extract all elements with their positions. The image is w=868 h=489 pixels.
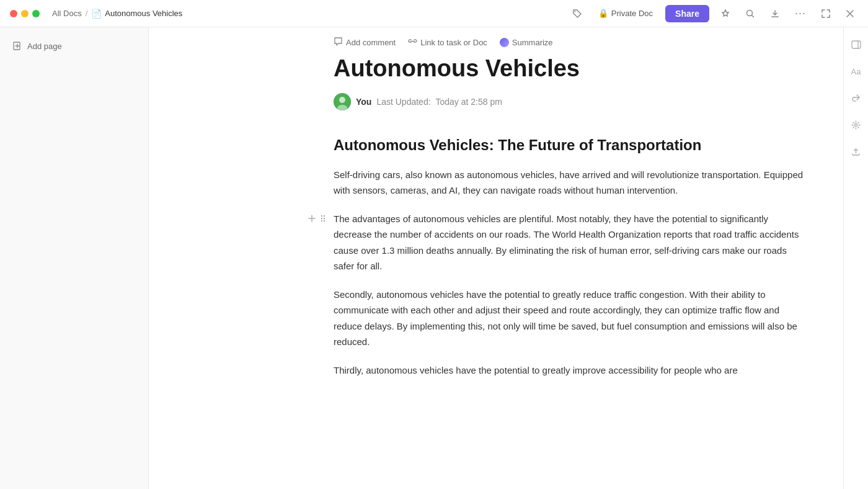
paragraph-4: Thirdly, autonomous vehicles have the po…	[334, 362, 806, 379]
link-to-task-label: Link to task or Doc	[420, 38, 487, 47]
traffic-lights	[10, 10, 40, 17]
tag-button[interactable]	[569, 6, 586, 21]
svg-point-0	[574, 11, 575, 12]
document-title: Autonomous Vehicles	[334, 55, 806, 83]
paragraph-1: Self-driving cars, also known as autonom…	[334, 167, 806, 199]
add-page-label: Add page	[27, 42, 62, 51]
doc-content: Autonomous Vehicles You Last Updated:	[149, 55, 806, 428]
upload-icon-button[interactable]	[849, 145, 863, 159]
paragraph-2[interactable]: The advantages of autonomous vehicles ar…	[334, 211, 806, 274]
author-avatar	[334, 93, 351, 110]
drag-handle-button[interactable]	[319, 213, 327, 224]
right-sidebar: Aa	[843, 27, 868, 489]
comment-icon	[334, 37, 343, 48]
doc-icon: 📄	[91, 9, 102, 19]
expand-button[interactable]	[817, 6, 835, 21]
private-doc-button[interactable]: 🔒 Private Doc	[593, 6, 658, 20]
avatar-image	[334, 93, 351, 110]
star-button[interactable]	[717, 6, 734, 21]
paragraph-controls	[306, 211, 327, 224]
traffic-light-green[interactable]	[32, 10, 40, 17]
add-page-button[interactable]: Add page	[7, 37, 141, 55]
traffic-light-red[interactable]	[10, 10, 17, 17]
share-button[interactable]: Share	[665, 5, 709, 22]
share-icon-button[interactable]	[849, 91, 863, 105]
svg-point-4	[339, 97, 345, 103]
svg-point-13	[855, 124, 857, 127]
private-doc-label: Private Doc	[611, 9, 653, 18]
left-sidebar: Add page	[0, 27, 149, 489]
add-comment-button[interactable]: Add comment	[334, 35, 396, 50]
breadcrumb-all-docs[interactable]: All Docs	[52, 9, 82, 18]
titlebar: All Docs / 📄 Autonomous Vehicles 🔒 Priva…	[0, 0, 868, 27]
main-layout: Add page Add comment Link to tas	[0, 27, 868, 489]
font-button[interactable]: Aa	[849, 65, 864, 79]
content-area: Add comment Link to task or Doc Summariz…	[149, 27, 843, 489]
doc-toolbar: Add comment Link to task or Doc Summariz…	[149, 27, 843, 55]
traffic-light-yellow[interactable]	[21, 10, 29, 17]
titlebar-left: All Docs / 📄 Autonomous Vehicles	[10, 9, 182, 19]
section-heading: Autonomous Vehicles: The Future of Trans…	[334, 135, 806, 155]
settings-icon-button[interactable]	[849, 118, 863, 132]
svg-rect-12	[852, 41, 861, 48]
breadcrumb-current-doc: 📄 Autonomous Vehicles	[91, 9, 182, 19]
doc-author: You	[356, 97, 371, 107]
add-comment-label: Add comment	[346, 38, 396, 47]
svg-point-9	[324, 218, 325, 219]
breadcrumb-doc-name: Autonomous Vehicles	[105, 9, 182, 18]
close-button[interactable]	[842, 7, 858, 20]
svg-point-11	[324, 220, 325, 222]
link-to-task-button[interactable]: Link to task or Doc	[408, 35, 487, 50]
panel-collapse-button[interactable]	[849, 37, 864, 52]
svg-point-8	[321, 218, 322, 219]
breadcrumb: All Docs / 📄 Autonomous Vehicles	[52, 9, 182, 19]
add-block-button[interactable]	[306, 213, 317, 224]
more-button[interactable]: ···	[791, 4, 810, 22]
paragraph-3: Secondly, autonomous vehicles have the p…	[334, 287, 806, 350]
link-icon	[408, 37, 417, 48]
summarize-label: Summarize	[512, 38, 553, 47]
breadcrumb-separator: /	[86, 9, 88, 18]
summarize-icon	[500, 38, 509, 47]
summarize-button[interactable]: Summarize	[500, 36, 553, 49]
paragraph-2-wrapper: The advantages of autonomous vehicles ar…	[334, 211, 806, 274]
doc-last-updated: Last Updated: Today at 2:58 pm	[376, 97, 502, 107]
doc-meta: You Last Updated: Today at 2:58 pm	[334, 93, 806, 110]
download-button[interactable]	[766, 6, 784, 21]
svg-point-10	[321, 220, 322, 222]
titlebar-right: 🔒 Private Doc Share ···	[569, 4, 858, 22]
search-button[interactable]	[742, 6, 759, 21]
lock-icon: 🔒	[598, 9, 608, 18]
svg-point-7	[324, 215, 325, 217]
svg-point-6	[321, 215, 322, 217]
